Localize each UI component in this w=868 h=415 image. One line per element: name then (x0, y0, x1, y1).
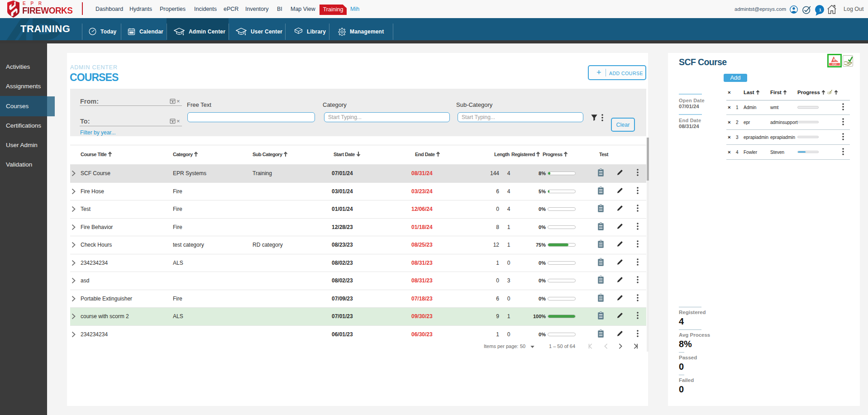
svg-text:1: 1 (819, 7, 822, 12)
